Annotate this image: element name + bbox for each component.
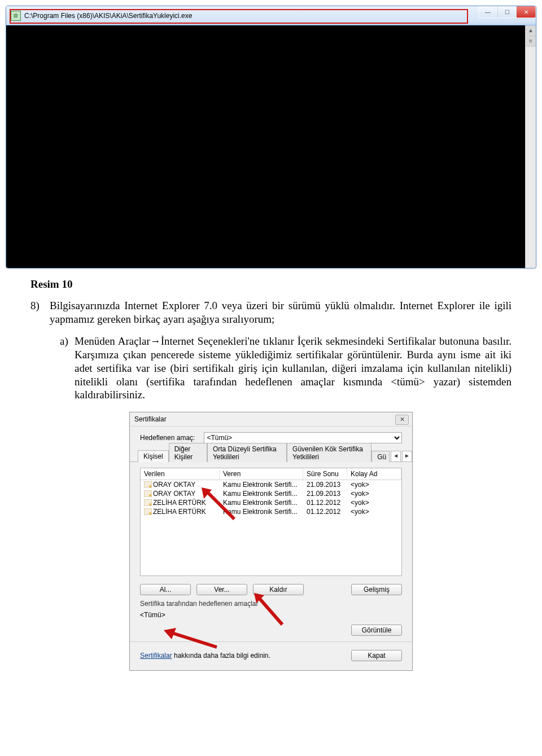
tab-diger-kisiler[interactable]: Diğer Kişiler [169, 443, 207, 462]
col-veren[interactable]: Veren [220, 468, 303, 480]
minimize-button[interactable]: — [478, 6, 497, 18]
dialog-title-text: Sertifikalar [134, 415, 167, 423]
close-dialog-button[interactable]: Kapat [351, 650, 402, 661]
document-content: Resim 10 8) Bilgisayarınızda Internet Ex… [0, 269, 542, 407]
col-sure-sonu[interactable]: Süre Sonu [303, 468, 347, 480]
certificate-row[interactable]: ORAY OKTAYKamu Elektronik Sertifi...21.0… [141, 480, 401, 489]
paragraph-1: Bilgisayarınızda Internet Explorer 7.0 v… [50, 299, 512, 326]
scroll-align-icon[interactable]: ≡ [526, 36, 536, 47]
certificate-icon [144, 490, 152, 497]
certificates-dialog: Sertifikalar ✕ Hedeflenen amaç: <Tümü> K… [129, 412, 413, 671]
sub-label-a: a) [60, 335, 75, 402]
dialog-close-button[interactable]: ✕ [395, 415, 409, 425]
tab-scroll-left[interactable]: ◄ [391, 451, 401, 462]
certificate-icon [144, 508, 152, 515]
purpose-label: Hedeflenen amaç: [140, 434, 195, 442]
svg-point-5 [149, 503, 151, 506]
info-text-rest: hakkında daha fazla bilgi edinin. [172, 652, 270, 660]
certificate-row[interactable]: ORAY OKTAYKamu Elektronik Sertifi...21.0… [141, 489, 401, 498]
console-body: ▲ ≡ [6, 25, 536, 268]
purpose-select[interactable]: <Tümü> [204, 432, 402, 443]
purposes-groupbox: Sertifika tarafından hedeflenen amaçlar … [140, 600, 402, 619]
sub-list: a) Menüden Araçlar→İnternet Seçenekleri'… [60, 335, 512, 402]
console-titlebar: ▧ C:\Program Files (x86)\AKIS\AKiA\Serti… [6, 6, 536, 25]
svg-point-1 [149, 485, 151, 487]
list-item-8: 8) Bilgisayarınızda Internet Explorer 7.… [30, 299, 512, 326]
divider [130, 641, 412, 642]
col-verilen[interactable]: Verilen [141, 468, 220, 480]
list-number: 8) [30, 299, 50, 326]
svg-point-7 [149, 512, 151, 515]
console-window-title: C:\Program Files (x86)\AKIS\AKiA\Sertifi… [24, 12, 192, 20]
col-kolay-ad[interactable]: Kolay Ad [347, 468, 401, 480]
tab-orta-duzeyli[interactable]: Orta Düzeyli Sertifika Yetkilileri [207, 443, 287, 462]
tab-guvenilen-kok[interactable]: Güvenilen Kök Sertifika Yetkilileri [287, 443, 371, 462]
dialog-title: Sertifikalar [130, 412, 412, 427]
certificate-row[interactable]: ZELİHA ERTÜRKKamu Elektronik Sertifi...0… [141, 498, 401, 507]
subpara-part1: Menüden Araçlar [75, 335, 150, 347]
remove-button[interactable]: Kaldır [253, 584, 304, 595]
maximize-button[interactable]: ☐ [497, 6, 517, 18]
certificate-list: Verilen Veren Süre Sonu Kolay Ad ORAY OK… [140, 468, 402, 576]
certificate-icon [144, 499, 152, 506]
list-header: Verilen Veren Süre Sonu Kolay Ad [141, 468, 401, 480]
view-button[interactable]: Görüntüle [351, 625, 402, 636]
certificate-row[interactable]: ZELİHA ERTÜRKKamu Elektronik Sertifi...0… [141, 507, 401, 516]
scroll-up-icon[interactable]: ▲ [526, 25, 536, 36]
svg-point-3 [149, 494, 151, 496]
sub-paragraph-a: Menüden Araçlar→İnternet Seçenekleri'ne … [75, 335, 512, 402]
tab-scroll-right[interactable]: ► [402, 451, 412, 462]
purposes-label: Sertifika tarafından hedeflenen amaçlar [140, 600, 402, 608]
close-button[interactable]: ✕ [517, 6, 536, 18]
purposes-value: <Tümü> [140, 611, 402, 619]
console-window: ▧ C:\Program Files (x86)\AKIS\AKiA\Serti… [6, 6, 536, 269]
button-row: Al... Ver... Kaldır Gelişmiş [130, 582, 412, 596]
figure-caption: Resim 10 [30, 278, 512, 291]
certificate-icon [144, 481, 152, 488]
advanced-button[interactable]: Gelişmiş [351, 584, 402, 595]
certificates-help-link[interactable]: Sertifikalar [140, 652, 172, 660]
tab-partial[interactable]: Gü [371, 451, 390, 462]
list-rows: ORAY OKTAYKamu Elektronik Sertifi...21.0… [141, 480, 401, 516]
export-button[interactable]: Ver... [196, 584, 247, 595]
vertical-scrollbar[interactable]: ▲ ≡ [525, 25, 536, 268]
info-text: Sertifikalar hakkında daha fazla bilgi e… [140, 652, 270, 660]
import-button[interactable]: Al... [140, 584, 191, 595]
tab-kisisel[interactable]: Kişisel [138, 450, 169, 462]
arrow-icon: → [150, 335, 161, 347]
app-icon: ▧ [11, 11, 21, 21]
window-controls: — ☐ ✕ [478, 6, 536, 18]
tab-strip: Kişisel Diğer Kişiler Orta Düzeyli Serti… [130, 448, 412, 462]
